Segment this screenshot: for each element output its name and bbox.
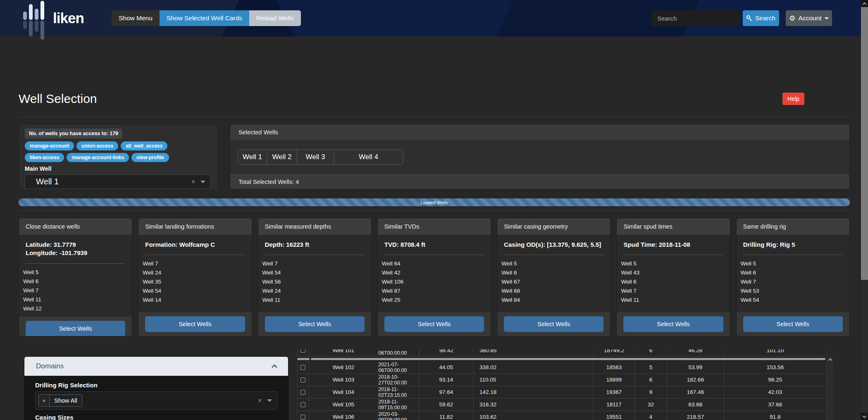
table-cell-value: 101.10 [724, 349, 827, 356]
brand-logo[interactable]: liken [23, 6, 84, 31]
search-input[interactable] [651, 10, 739, 26]
table-cell-value: 37.68 [724, 399, 827, 411]
selected-wells-panel: Selected Wells Well 1 Well 2 Well 3 Well… [230, 124, 850, 189]
well-list-item: Well 5 [501, 259, 603, 268]
well-list-item: Well 6 [501, 268, 603, 277]
select-wells-button[interactable]: Select Wells [265, 316, 365, 332]
search-button[interactable]: Search [743, 10, 779, 26]
selected-well-tab[interactable]: Well 3 [297, 150, 334, 165]
well-list-item: Well 54 [741, 296, 843, 305]
selected-well-tab[interactable]: Well 4 [334, 150, 403, 165]
chip-label: Show All [50, 395, 82, 406]
help-button[interactable]: Help [782, 93, 804, 105]
similarity-card: Same drilling rig Drilling Rig: Rig 5 We… [736, 218, 850, 336]
select-wells-button[interactable]: Select Wells [743, 316, 843, 332]
scrollbar-thumb[interactable] [861, 7, 868, 280]
card-title: Close distance wells [19, 218, 132, 235]
scroll-up-arrow[interactable] [861, 0, 868, 7]
card-divider [265, 255, 365, 255]
selected-option-chip: × Show All [38, 394, 82, 407]
row-checkbox[interactable] [300, 349, 305, 353]
loaded-wells-progress-bar: Loaded Wells [19, 198, 850, 206]
well-list-item: Well 5 [621, 259, 723, 268]
caret-down-icon [825, 17, 829, 19]
card-title: Similar measured depths [258, 218, 371, 235]
table-cell-value: 32 [635, 399, 667, 411]
domains-panel-header[interactable]: Domains [24, 357, 288, 376]
drilling-rig-multiselect[interactable]: × Show All × [35, 391, 277, 410]
table-row-partial: Well 101 2021-07-06T00:00:00 98.42 380.8… [297, 349, 827, 356]
row-checkbox[interactable] [300, 377, 305, 382]
table-cell-value: 6 [635, 374, 667, 386]
table-cell-value: 91.8 [724, 411, 827, 420]
table-cell-value: 218.57 [667, 411, 724, 420]
table-row[interactable]: Well 105 2018-11-09T15:00:00 59.62316.32… [297, 399, 827, 411]
navbar-button[interactable]: Show Menu [112, 10, 160, 26]
well-list-item: Well 35 [143, 277, 245, 286]
selected-well-tab[interactable]: Well 1 [238, 150, 267, 165]
navbar-button[interactable]: Show Selected Well Cards [160, 10, 249, 26]
card-well-list: Well 5Well 43Well 6Well 7Well 11 [621, 259, 723, 305]
table-cell-value: 6 [635, 349, 667, 356]
table-row[interactable]: Well 106 2020-03-09T05:00:00 11.82103.62… [297, 411, 827, 420]
page-scrollbar[interactable] [861, 0, 868, 420]
selected-well-tab[interactable]: Well 2 [267, 150, 297, 165]
table-scrollbar[interactable] [827, 356, 833, 420]
card-info-line: Longitude: -101.7939 [26, 249, 125, 257]
main-well-select[interactable]: Well 1 × [25, 174, 211, 189]
app-window: liken Show Menu Show Selected Well Cards… [0, 0, 868, 420]
table-cell-value: 167.46 [667, 386, 724, 399]
select-wells-button[interactable]: Select Wells [26, 321, 125, 336]
table-row[interactable]: Well 103 2018-10-27T02:00:00 93.14110.05… [297, 374, 827, 386]
table-cell-value: 18117 [594, 399, 635, 411]
select-wells-button[interactable]: Select Wells [384, 316, 484, 332]
select-wells-button[interactable]: Select Wells [504, 316, 603, 332]
well-list-item: Well 42 [382, 268, 484, 277]
row-checkbox[interactable] [300, 390, 305, 395]
table-cell-spud-time: 2018-11-09T15:00:00 [378, 399, 419, 411]
card-info: Latitude: 31.7779Longitude: -101.7939 [26, 241, 125, 258]
card-info: TVD: 8708.4 ft [384, 241, 484, 249]
caret-down-icon[interactable] [267, 399, 272, 402]
card-title: Similar TVDs [378, 218, 491, 235]
search-button-label: Search [755, 14, 775, 22]
caret-down-icon[interactable] [200, 181, 205, 183]
selected-wells-tabs: Well 1 Well 2 Well 3 Well 4 [238, 149, 403, 165]
table-cell-value: 19551 [594, 411, 635, 420]
well-list-item: Well 5 [741, 259, 843, 268]
similarity-card: Similar spud times Spud Time: 2018-11-08… [616, 218, 730, 336]
progress-label: Loaded Wells [420, 200, 448, 205]
remove-chip-icon[interactable]: × [39, 395, 50, 406]
table-row[interactable]: Well 104 2018-11-02T23:15:00 97.64142.18… [297, 386, 827, 399]
similarity-card: Similar landing formations Formation: Wo… [138, 218, 252, 336]
chevron-up-icon[interactable] [272, 364, 277, 370]
well-list-item: Well 6 [621, 277, 723, 286]
table-row[interactable]: Well 102 2021-07-06T00:00:00 44.05338.02… [297, 361, 827, 374]
table-cell-value: 153.56 [724, 361, 827, 374]
select-wells-button[interactable]: Select Wells [145, 316, 245, 332]
row-checkbox[interactable] [300, 365, 305, 370]
wells-access-count: No. of wells you have access to: 179 [25, 129, 122, 138]
table-cell-value: 42.03 [724, 386, 827, 399]
row-checkbox[interactable] [300, 415, 305, 420]
card-title: Similar casing geometry [497, 218, 610, 235]
wells-table: Well 101 2021-07-06T00:00:00 98.42 380.8… [297, 349, 827, 420]
table-cell-spud-time: 2021-07-06T00:00:00 [378, 361, 419, 374]
card-well-list: Well 7Well 54Well 56Well 24Well 11 [262, 259, 365, 305]
clear-icon[interactable]: × [258, 397, 262, 404]
table-cell-value: 18563 [594, 361, 635, 374]
well-list-item: Well 87 [382, 286, 484, 296]
table-cell-value: 182.66 [667, 374, 724, 386]
row-checkbox[interactable] [300, 402, 305, 407]
card-info-line: Depth: 16223 ft [265, 241, 365, 249]
similarity-card: Similar TVDs TVD: 8708.4 ft Well 64Well … [377, 218, 491, 336]
card-well-list: Well 7Well 24Well 35Well 54Well 14 [143, 259, 245, 305]
table-cell-value: 44.05 [419, 361, 474, 374]
select-wells-button[interactable]: Select Wells [623, 316, 723, 332]
clear-icon[interactable]: × [191, 179, 195, 185]
scroll-down-arrow[interactable] [861, 413, 868, 420]
chevron-up-icon[interactable] [828, 358, 832, 363]
navbar-button[interactable]: Reload Wells [249, 10, 301, 26]
account-menu-button[interactable]: ⚙ Account [786, 10, 832, 26]
card-divider [623, 255, 723, 255]
